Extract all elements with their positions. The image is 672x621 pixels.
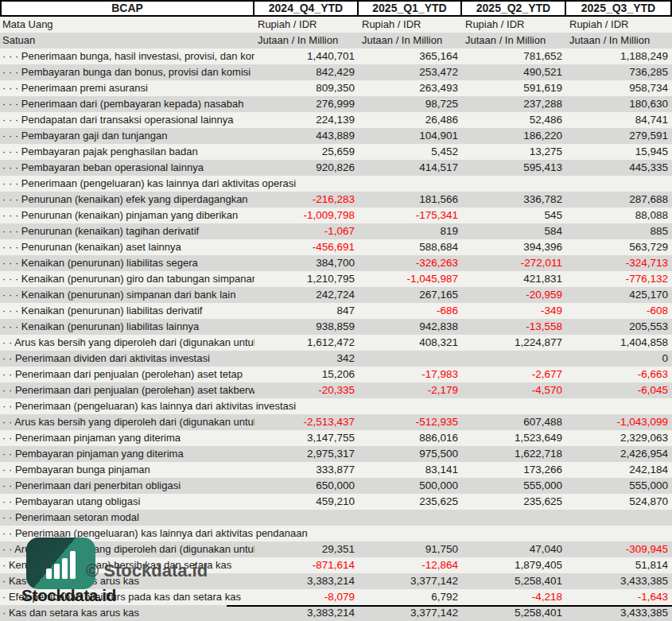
column-header-2024-q4: 2024_Q4_YTD (254, 2, 359, 15)
meta-cell-value: Rupiah / IDR (462, 17, 566, 33)
row-label: · · Penerimaan dividen dari aktivitas in… (0, 351, 254, 367)
cell-value: 365,164 (359, 49, 462, 64)
cell-value: 1,879,405 (462, 557, 566, 573)
table-row: · · · Kenaikan (penurunan) simpanan dari… (0, 287, 672, 303)
cell-value: 3,433,385 (566, 573, 672, 589)
cell-value: 253,472 (359, 64, 462, 80)
cell-value: 595,413 (462, 160, 566, 176)
cell-value: 3,377,142 (359, 573, 462, 589)
cell-value: -2,179 (359, 382, 462, 398)
meta-row-label: Satuan (0, 33, 254, 49)
cell-value: 809,350 (254, 80, 359, 96)
cell-value: 1,523,649 (462, 430, 566, 446)
row-label: · · · Pendapatan dari transaksi operasio… (0, 112, 254, 128)
cell-value: -1,643 (566, 589, 672, 605)
cell-value: 443,889 (254, 128, 359, 144)
table-row: · · Arus kas bersih yang diperoleh dari … (0, 335, 672, 351)
table-row: · · Arus kas bersih yang diperoleh dari … (0, 541, 672, 557)
cell-value: 336,782 (462, 192, 566, 208)
row-label: · · · Penurunan (kenaikan) pinjaman yang… (0, 208, 254, 223)
table-row: · · · Kenaikan (penurunan) liabilitas la… (0, 319, 672, 335)
row-label: · · · Kenaikan (penurunan) simpanan dari… (0, 287, 254, 303)
cell-value: 3,377,142 (359, 605, 462, 621)
cell-value: -13,558 (462, 319, 566, 335)
cell-value: 408,321 (359, 335, 462, 351)
table-row: · · Penerimaan dari penerbitan obligasi6… (0, 478, 672, 494)
cell-value: 384,700 (254, 255, 359, 271)
cell-value: 52,486 (462, 112, 566, 128)
cell-value: 920,826 (254, 160, 359, 176)
cell-value: 524,870 (566, 494, 672, 510)
table-row: · · Pembayaran bunga pinjaman333,87783,1… (0, 462, 672, 478)
cell-value: 607,488 (462, 414, 566, 430)
row-label: · · Penerimaan dari penjualan (perolehan… (0, 382, 254, 398)
row-label: · · · Kenaikan (penurunan) liabilitas de… (0, 303, 254, 319)
cell-value: -4,218 (462, 589, 566, 605)
table-row: · · Penerimaan (pengeluaran) kas lainnya… (0, 398, 672, 414)
cell-value: 6,792 (359, 589, 462, 605)
cell-value: 1,224,877 (462, 335, 566, 351)
cell-value: 1,188,249 (566, 49, 672, 64)
row-label: · · · Kenaikan (penurunan) liabilitas la… (0, 319, 254, 335)
row-label: · · · Penerimaan dari (pembayaran kepada… (0, 96, 254, 112)
cell-value: 342 (254, 351, 359, 367)
table-row: · · Pembayaran utang obligasi459,210235,… (0, 494, 672, 510)
table-row: · · · Penurunan (kenaikan) pinjaman yang… (0, 208, 672, 223)
cell-value: 235,625 (359, 494, 462, 510)
cell-value: 25,659 (254, 144, 359, 160)
cell-value: 938,859 (254, 319, 359, 335)
cell-value: 500,000 (359, 478, 462, 494)
cell-value: 847 (254, 303, 359, 319)
cell-value: 3,147,755 (254, 430, 359, 446)
table-body: Mata UangRupiah / IDRRupiah / IDRRupiah … (0, 17, 672, 621)
meta-cell-value: Jutaan / In Million (254, 33, 359, 49)
cell-value: 942,838 (359, 319, 462, 335)
cell-value: 181,566 (359, 192, 462, 208)
meta-cell-value: Rupiah / IDR (254, 17, 359, 33)
table-row: · · · Kenaikan (penurunan) liabilitas de… (0, 303, 672, 319)
cell-value: 5,452 (359, 144, 462, 160)
row-label: · Kas dan setara kas arus kas (0, 605, 254, 621)
table-row: · · · Penurunan (kenaikan) efek yang dip… (0, 192, 672, 208)
cell-value: -6,663 (566, 367, 672, 382)
cell-value: 886,016 (359, 430, 462, 446)
row-label: · · Penerimaan dari penerbitan obligasi (0, 478, 254, 494)
cell-value: -1,043,099 (566, 414, 672, 430)
cell-value: 26,486 (359, 112, 462, 128)
row-label: · · · Kenaikan (penurunan) liabilitas se… (0, 255, 254, 271)
cell-value: 1,612,472 (254, 335, 359, 351)
cell-value: 13,275 (462, 144, 566, 160)
cell-value: 885 (566, 223, 672, 239)
cell-value: 5,258,401 (462, 573, 566, 589)
cell-value (462, 510, 566, 526)
cell-value: 2,975,317 (254, 446, 359, 462)
table-row: · · · Penerimaan (pengeluaran) kas lainn… (0, 176, 672, 192)
cell-value: -175,341 (359, 208, 462, 223)
row-label: · · · Penurunan (kenaikan) tagihan deriv… (0, 223, 254, 239)
table-row: · · · Penerimaan dari (pembayaran kepada… (0, 96, 672, 112)
cell-value: 975,500 (359, 446, 462, 462)
cell-value: -349 (462, 303, 566, 319)
cell-value: 3,433,385 (566, 605, 672, 621)
cell-value: 242,724 (254, 287, 359, 303)
cell-value: 2,426,954 (566, 446, 672, 462)
cell-value: -8,079 (254, 589, 359, 605)
cell-value (566, 176, 672, 192)
meta-cell-value: Rupiah / IDR (566, 17, 672, 33)
cell-value: 588,684 (359, 239, 462, 255)
cell-value (359, 510, 462, 526)
cell-value: 1,404,858 (566, 335, 672, 351)
cell-value: 1,440,701 (254, 49, 359, 64)
table-row: · · Penerimaan (pengeluaran) kas lainnya… (0, 526, 672, 541)
column-header-2025-q2: 2025_Q2_YTD (462, 2, 566, 15)
row-label: · · · Penurunan (kenaikan) aset lainnya (0, 239, 254, 255)
meta-cell-value: Jutaan / In Million (359, 33, 462, 49)
cell-value: 263,493 (359, 80, 462, 96)
cell-value: 421,831 (462, 271, 566, 287)
cell-value: -12,864 (359, 557, 462, 573)
cell-value: 83,141 (359, 462, 462, 478)
row-label: · · · Pembayaran pajak penghasilan badan (0, 144, 254, 160)
table-row: · · · Pendapatan dari transaksi operasio… (0, 112, 672, 128)
table-row: · · · Pembayaran bunga dan bonus, provis… (0, 64, 672, 80)
cell-value: 5,258,401 (462, 605, 566, 621)
